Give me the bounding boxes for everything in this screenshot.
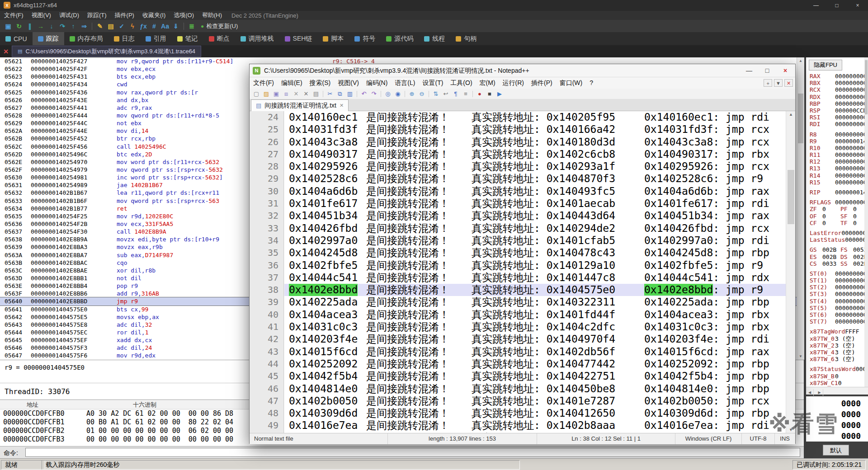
register-row[interactable]: x87SW_B0 bbox=[810, 373, 868, 380]
view-tab-SEH链[interactable]: SEH链 bbox=[279, 32, 318, 45]
view-tab-符号[interactable]: 符号 bbox=[349, 32, 381, 45]
close-file-icon[interactable]: ✕ bbox=[291, 89, 301, 98]
scroll-left-icon[interactable]: ◀ bbox=[806, 389, 814, 396]
document-tab[interactable]: ▤ 间接跳转混淆证明情况.txt ✕ bbox=[251, 99, 349, 111]
register-row[interactable]: R110000000000000000 bbox=[810, 151, 868, 158]
pause-icon[interactable]: ∥ bbox=[24, 21, 35, 31]
editor-line[interactable]: 0x1402fbfe5是间接跳转混淆！真实跳转地址: 0x140129a100x… bbox=[284, 259, 787, 272]
register-row[interactable]: x87SW_C10 bbox=[810, 380, 868, 386]
flags-row[interactable]: ES002BDS002B bbox=[810, 254, 868, 260]
stop-macro-icon[interactable]: ■ bbox=[485, 89, 495, 98]
register-row[interactable]: ST(2)0000000000000000 bbox=[810, 284, 868, 291]
view-tab-源代码[interactable]: 源代码 bbox=[381, 32, 419, 45]
sync-icon[interactable]: ⇅ bbox=[431, 89, 441, 98]
editor-line[interactable]: 0x140203f4e是间接跳转混淆！真实跳转地址: 0x1404970f40x… bbox=[284, 333, 787, 345]
check-icon[interactable]: ✓ bbox=[116, 21, 127, 31]
minimize-icon[interactable]: — bbox=[740, 64, 758, 77]
replace-icon[interactable]: ◉ bbox=[393, 89, 403, 98]
open-file-icon[interactable]: ▣ bbox=[3, 21, 14, 31]
view-tab-断点[interactable]: 断点 bbox=[203, 32, 235, 45]
editor-line[interactable]: 0x140451b34是间接跳转混淆！真实跳转地址: 0x140443d640x… bbox=[284, 210, 787, 222]
editor-line[interactable]: 0x1402528c6是间接跳转混淆！真实跳转地址: 0x1404870f30x… bbox=[284, 173, 787, 185]
editor-line[interactable]: 0x14015f6cd是间接跳转混淆！真实跳转地址: 0x1402db56f0x… bbox=[284, 346, 787, 358]
scroll-down-icon[interactable]: ▼ bbox=[797, 353, 804, 360]
download-icon[interactable]: ⇓ bbox=[170, 21, 181, 31]
register-row[interactable]: x87TW_43 (空) bbox=[810, 349, 868, 356]
menubar-item-5[interactable]: 收藏夹(I) bbox=[138, 11, 170, 20]
menubar-item-1[interactable]: 视图(V) bbox=[28, 11, 55, 20]
flags-row[interactable]: CF0TF0IF1 bbox=[810, 220, 868, 226]
editor-line[interactable]: 0x140309d6d是间接跳转混淆！真实跳转地址: 0x1404126500x… bbox=[284, 407, 787, 419]
dump-default-tab[interactable]: 默认 bbox=[823, 445, 849, 456]
view-tab-引用[interactable]: 引用 bbox=[140, 32, 172, 45]
editor-line[interactable]: 0x1402e8bbd是间接跳转混淆！真实跳转地址: 0x1404575e00x… bbox=[284, 284, 787, 296]
register-row[interactable]: ST(0)0000000000000000 bbox=[810, 270, 868, 277]
scrollbar-thumb[interactable] bbox=[798, 94, 803, 143]
editor-line[interactable]: 0x1404a6d6b是间接跳转混淆！真实跳转地址: 0x140493fc50x… bbox=[284, 185, 787, 197]
menubar-item-2[interactable]: 调试(D) bbox=[55, 11, 83, 20]
zoom-in-icon[interactable]: ⊕ bbox=[407, 89, 417, 98]
maximize-icon[interactable]: □ bbox=[758, 64, 776, 77]
editor-line[interactable]: 0x1402997a0是间接跳转混淆！真实跳转地址: 0x1401cfab50x… bbox=[284, 235, 787, 247]
register-row[interactable]: ST(5)0000000000000000 bbox=[810, 305, 868, 311]
step-over-icon[interactable]: ↷ bbox=[57, 21, 68, 31]
flags-row[interactable]: CS0033SS002B bbox=[810, 260, 868, 267]
save-all-icon[interactable]: ⧈ bbox=[281, 89, 291, 98]
npp-menu-2[interactable]: 搜索(S) bbox=[306, 79, 335, 87]
menubar-item-3[interactable]: 跟踪(T) bbox=[83, 11, 111, 20]
layout-icon[interactable]: ≣ bbox=[186, 21, 197, 31]
npp-menu-5[interactable]: 语言(L) bbox=[391, 79, 419, 87]
npp-menu-3[interactable]: 视图(V) bbox=[334, 79, 363, 87]
npp-menu-6[interactable]: 设置(T) bbox=[419, 79, 447, 87]
register-row[interactable]: R900000001404575E0 bbox=[810, 138, 868, 145]
editor-scrollbar[interactable]: ▲ ▼ bbox=[786, 111, 795, 433]
indent-guide-icon[interactable]: ≡ bbox=[461, 89, 471, 98]
register-row[interactable]: RSP000000CCD0FCFB00 bbox=[810, 107, 868, 114]
register-row[interactable]: ST(6)0000000000000000 bbox=[810, 311, 868, 318]
edit-pencil-icon[interactable]: ✎ bbox=[94, 21, 105, 31]
menubar-item-6[interactable]: 选项(O) bbox=[170, 11, 198, 20]
register-row[interactable]: ST(7)0000000000000000 bbox=[810, 318, 868, 325]
save-icon[interactable]: ▣ bbox=[271, 89, 281, 98]
minimize-icon[interactable]: — bbox=[806, 0, 826, 11]
flags-row[interactable]: GS002BFS0053 bbox=[810, 246, 868, 253]
undo-icon[interactable]: ↶ bbox=[359, 89, 369, 98]
view-tab-内存布局[interactable]: 内存布局 bbox=[64, 32, 108, 45]
editor-line[interactable]: 0x140295926是间接跳转混淆！真实跳转地址: 0x140293a1f0x… bbox=[284, 160, 787, 173]
check-update-button[interactable]: ●检查更新(U) bbox=[201, 22, 238, 30]
npp-menu-0[interactable]: 文件(F) bbox=[250, 79, 278, 87]
npp-menu-10[interactable]: 插件(P) bbox=[528, 79, 556, 87]
print-icon[interactable]: ▤ bbox=[311, 89, 321, 98]
hash-icon[interactable]: # bbox=[149, 21, 160, 31]
flags-row[interactable]: ZF0PF0AF0 bbox=[810, 206, 868, 212]
step-into-icon[interactable]: ↓ bbox=[46, 21, 57, 31]
register-row[interactable]: RDX0000000000000000 bbox=[810, 94, 868, 100]
redo-icon[interactable]: ↷ bbox=[369, 89, 379, 98]
command-input[interactable] bbox=[25, 448, 800, 457]
menubar-item-0[interactable]: 文件(F) bbox=[0, 11, 28, 20]
record-macro-icon[interactable]: ● bbox=[475, 89, 485, 98]
view-tab-日志[interactable]: 日志 bbox=[108, 32, 140, 45]
editor-line[interactable]: 0x140252092是间接跳转混淆！真实跳转地址: 0x1404774420x… bbox=[284, 358, 787, 370]
menubar-item-4[interactable]: 插件(P) bbox=[111, 11, 138, 20]
view-tab-调用堆栈[interactable]: 调用堆栈 bbox=[235, 32, 279, 45]
run-to-return-icon[interactable]: ⇒ bbox=[79, 21, 90, 31]
register-row[interactable]: R150000000000000000 bbox=[810, 179, 868, 186]
register-row[interactable]: RAX0000000000000000 bbox=[810, 73, 868, 80]
editor-line[interactable]: 0x140160ec1是间接跳转混淆！真实跳转地址: 0x140205f950x… bbox=[284, 111, 787, 123]
editor-line[interactable]: 0x14042f5b4是间接跳转混淆！真实跳转地址: 0x1404227510x… bbox=[284, 370, 787, 382]
close-icon[interactable]: × bbox=[776, 64, 794, 77]
register-row[interactable]: x87TW_63 (空) bbox=[810, 356, 868, 362]
npp-menu-7[interactable]: 工具(O) bbox=[447, 79, 476, 87]
register-row[interactable]: x87TW_23 (空) bbox=[810, 342, 868, 349]
editor-line[interactable]: 0x14043c3a8是间接跳转混淆！真实跳转地址: 0x140180d3d0x… bbox=[284, 136, 787, 148]
editor-line[interactable]: 0x140426fbd是间接跳转混淆！真实跳转地址: 0x140294de20x… bbox=[284, 222, 787, 235]
view-tab-CPU[interactable]: CPU bbox=[0, 32, 33, 45]
register-row[interactable]: ST(3)0000000000000000 bbox=[810, 291, 868, 297]
register-row[interactable]: RIP00000001402E8BBD bbox=[810, 189, 868, 196]
view-tab-句柄[interactable]: 句柄 bbox=[450, 32, 482, 45]
font-icon[interactable]: Aa bbox=[160, 21, 170, 31]
fx-icon[interactable]: ƒx bbox=[138, 21, 149, 31]
editor-line[interactable]: 0x14031fd3f是间接跳转混淆！真实跳转地址: 0x140166a420x… bbox=[284, 123, 787, 136]
npp-menu-11[interactable]: 窗口(W) bbox=[556, 79, 586, 87]
